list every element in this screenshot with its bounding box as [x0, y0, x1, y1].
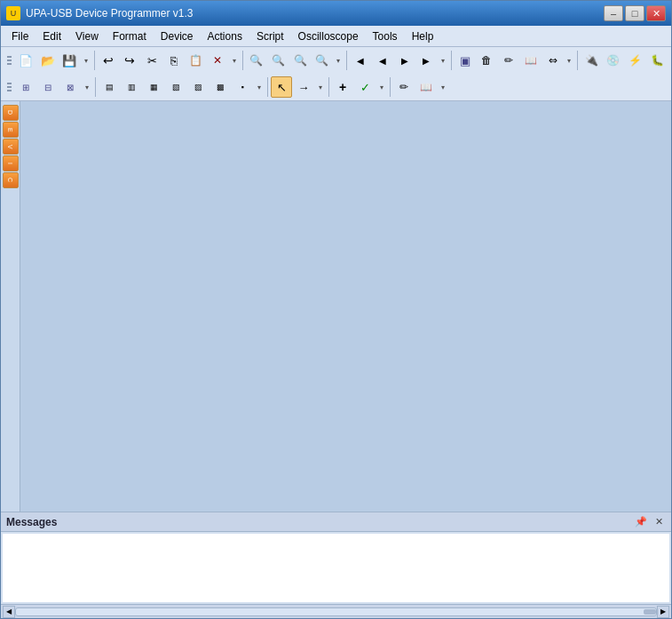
toolbar-delete-button[interactable]	[207, 50, 228, 71]
toolbar-r2-btn5[interactable]: ▥	[121, 76, 142, 98]
toolbar-erase-button[interactable]	[455, 50, 476, 71]
toolbar-r2-read-button[interactable]	[415, 76, 437, 98]
toolbar-paste-button[interactable]	[186, 50, 207, 71]
menu-view[interactable]: View	[68, 28, 106, 44]
close-button[interactable]: ✕	[646, 5, 666, 21]
maximize-button[interactable]: □	[625, 5, 644, 21]
toolbar-nav-dropdown[interactable]: ▾	[438, 50, 448, 71]
toolbar-file-dropdown[interactable]: ▾	[81, 50, 91, 71]
toolbar-r2-btn8[interactable]: ▨	[187, 76, 209, 98]
toolbar-sep-r2-4	[390, 77, 391, 97]
toolbar-connect-button[interactable]	[581, 50, 602, 71]
menu-file[interactable]: File	[4, 28, 36, 44]
toolbar-r2-group1-dropdown[interactable]: ▾	[82, 76, 92, 98]
toolbar-arrow-button[interactable]	[293, 76, 314, 98]
toolbar-fwd-button[interactable]	[415, 50, 437, 71]
main-area: D E V I C	[1, 101, 671, 512]
menu-help[interactable]: Help	[405, 28, 441, 44]
toolbar-r2-btn9[interactable]: ▩	[210, 76, 231, 98]
toolbar-grip-2	[7, 83, 12, 91]
toolbar-prev-button[interactable]	[372, 50, 393, 71]
messages-controls: 📌 ✕	[634, 515, 666, 529]
toolbar-save-button[interactable]	[59, 50, 80, 71]
messages-header: Messages 📌 ✕	[1, 512, 671, 532]
toolbar-sep-5	[577, 51, 578, 70]
toolbar-r2-last-dropdown[interactable]: ▾	[438, 76, 448, 98]
toolbar-r2-write-button[interactable]	[393, 76, 415, 98]
toolbar-sep-2	[242, 51, 243, 70]
toolbar-next-button[interactable]	[394, 50, 415, 71]
left-toolbar-btn-c[interactable]: C	[3, 172, 19, 188]
toolbar-ok-button[interactable]	[354, 76, 376, 98]
toolbar-write-button[interactable]	[498, 50, 519, 71]
menu-actions[interactable]: Actions	[201, 28, 249, 44]
toolbar-usb-button[interactable]	[625, 50, 646, 71]
toolbar-find-dropdown[interactable]: ▾	[334, 50, 344, 71]
toolbar-new-button[interactable]	[15, 50, 36, 71]
messages-close-button[interactable]: ✕	[652, 515, 666, 529]
left-toolbar-btn-e[interactable]: E	[3, 122, 19, 138]
toolbar-findall-button[interactable]	[312, 50, 333, 71]
toolbar-disc-button[interactable]	[603, 50, 624, 71]
minimize-button[interactable]: –	[604, 5, 623, 21]
toolbar-sep-4	[451, 51, 452, 70]
toolbar-sep-r2-1	[95, 77, 96, 97]
toolbar-find2-button[interactable]	[268, 50, 289, 71]
toolbar-verify-button[interactable]	[542, 50, 564, 71]
scroll-right-button[interactable]: ▶	[657, 606, 669, 618]
toolbar-debug-button[interactable]	[646, 50, 668, 71]
toolbar-undo-button[interactable]	[98, 50, 119, 71]
toolbar-replace-button[interactable]	[289, 50, 311, 71]
toolbar-row-2: ⊞ ⊟ ⊠ ▾ ▤ ▥ ▦ ▧ ▨ ▩ ▪ ▾ ▾ ▾	[1, 74, 671, 100]
toolbar-r2-btn6[interactable]: ▦	[143, 76, 164, 98]
toolbar-read-button[interactable]	[520, 50, 542, 71]
toolbar-copy-button[interactable]	[163, 50, 185, 71]
title-bar-left: U UPA-USB Device Programmer v1.3	[6, 6, 194, 20]
toolbar-open-button[interactable]	[37, 50, 59, 71]
left-toolbar-btn-i[interactable]: I	[3, 155, 19, 171]
toolbar-cursor-dropdown[interactable]: ▾	[315, 76, 326, 98]
main-window: U UPA-USB Device Programmer v1.3 – □ ✕ F…	[0, 0, 672, 619]
toolbar-find-button[interactable]	[246, 50, 267, 71]
toolbar-sep-1	[94, 51, 95, 70]
menu-tools[interactable]: Tools	[366, 28, 405, 44]
title-bar: U UPA-USB Device Programmer v1.3 – □ ✕	[1, 1, 671, 26]
scroll-left-button[interactable]: ◀	[3, 606, 15, 618]
toolbar-area: ▾ ▾ ▾ ▾	[1, 47, 671, 101]
title-buttons: – □ ✕	[604, 5, 666, 21]
messages-title: Messages	[6, 516, 57, 528]
toolbar-action-dropdown[interactable]: ▾	[376, 76, 387, 98]
toolbar-redo-button[interactable]	[120, 50, 141, 71]
toolbar-sep-3	[346, 51, 347, 70]
left-toolbar: D E V I C	[1, 101, 20, 512]
toolbar-add-button[interactable]	[332, 76, 353, 98]
messages-pin-button[interactable]: 📌	[634, 515, 648, 529]
messages-panel: Messages 📌 ✕ ◀ ▶	[1, 512, 671, 618]
toolbar-r2-btn4[interactable]: ▤	[99, 76, 120, 98]
toolbar-r2-group2-dropdown[interactable]: ▾	[254, 76, 265, 98]
scroll-track[interactable]	[15, 607, 657, 616]
toolbar-chip-erase-button[interactable]	[477, 50, 498, 71]
toolbar-sep-r2-2	[267, 77, 268, 97]
menu-oscilloscope[interactable]: Oscilloscope	[291, 28, 366, 44]
toolbar-edit-dropdown[interactable]: ▾	[229, 50, 240, 71]
toolbar-device-dropdown[interactable]: ▾	[564, 50, 574, 71]
toolbar-r2-btn2[interactable]: ⊟	[37, 76, 59, 98]
toolbar-r2-btn10[interactable]: ▪	[232, 76, 253, 98]
menu-bar: File Edit View Format Device Actions Scr…	[1, 26, 671, 47]
toolbar-r2-btn7[interactable]: ▧	[165, 76, 186, 98]
left-toolbar-btn-d[interactable]: D	[3, 105, 19, 121]
toolbar-r2-btn3[interactable]: ⊠	[59, 76, 81, 98]
messages-content	[3, 534, 669, 602]
menu-device[interactable]: Device	[154, 28, 201, 44]
toolbar-r2-btn1[interactable]: ⊞	[15, 76, 36, 98]
menu-format[interactable]: Format	[106, 28, 154, 44]
toolbar-back-button[interactable]	[350, 50, 371, 71]
toolbar-cut-button[interactable]	[141, 50, 162, 71]
scroll-thumb[interactable]	[644, 609, 656, 615]
toolbar-cursor-button[interactable]	[271, 76, 292, 98]
menu-edit[interactable]: Edit	[36, 28, 68, 44]
menu-script[interactable]: Script	[249, 28, 291, 44]
toolbar-row-1: ▾ ▾ ▾ ▾	[1, 47, 671, 74]
left-toolbar-btn-v[interactable]: V	[3, 139, 19, 155]
